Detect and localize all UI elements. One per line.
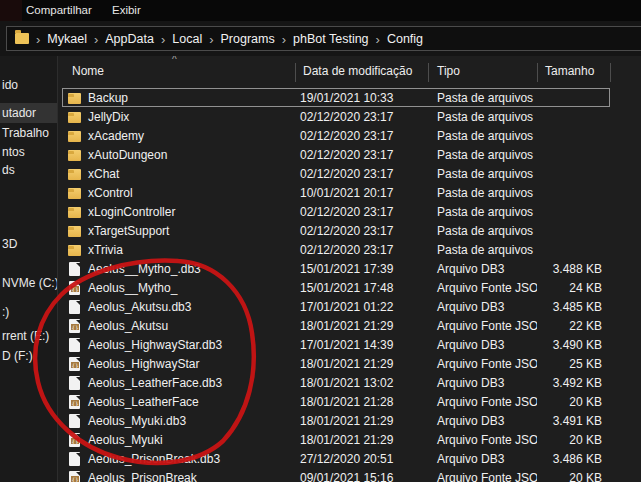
file-row[interactable]: Aeolus_LeatherFace 18/01/2021 21:28 Arqu… <box>62 392 610 411</box>
file-name: Aeolus_Akutsu <box>88 319 168 333</box>
file-name: Aeolus__Mytho_.db3 <box>88 262 201 276</box>
column-header-size[interactable]: Tamanho <box>545 64 594 78</box>
sidebar: idoutadorTrabalhontosds3DNVMe (C:):)rren… <box>0 56 58 482</box>
file-row[interactable]: Aeolus_PrisonBreak 09/01/2021 15:16 Arqu… <box>62 468 610 482</box>
file-row[interactable]: Aeolus_PrisonBreak.db3 27/12/2020 20:51 … <box>62 449 610 468</box>
file-type: Arquivo DB3 <box>428 300 537 314</box>
file-date-modified: 02/12/2020 23:17 <box>295 167 428 181</box>
breadcrumb-item[interactable]: Config <box>387 32 423 46</box>
file-name: Aeolus_Akutsu.db3 <box>88 300 191 314</box>
file-row[interactable]: xChat 02/12/2020 23:17 Pasta de arquivos <box>62 164 610 183</box>
file-row[interactable]: JellyDix 02/12/2020 23:17 Pasta de arqui… <box>62 107 610 126</box>
file-date-modified: 02/12/2020 23:17 <box>295 110 428 124</box>
file-date-modified: 18/01/2021 13:02 <box>295 376 428 390</box>
file-date-modified: 18/01/2021 21:29 <box>295 414 428 428</box>
sidebar-item[interactable]: Trabalho <box>0 123 57 143</box>
file-size: 25 KB <box>537 357 610 371</box>
breadcrumb-chevron-icon[interactable]: › <box>282 32 286 46</box>
file-row[interactable]: xTrivia 02/12/2020 23:17 Pasta de arquiv… <box>62 240 610 259</box>
file-type: Pasta de arquivos <box>428 186 537 200</box>
breadcrumb-item[interactable]: Mykael <box>47 32 87 46</box>
breadcrumb-item[interactable]: Programs <box>221 32 275 46</box>
file-name: Aeolus__Mytho_ <box>88 281 177 295</box>
db3-file-icon <box>68 451 81 466</box>
folder-icon <box>68 223 81 238</box>
sidebar-item[interactable]: ntos <box>0 142 57 162</box>
sidebar-item[interactable]: D (F:) <box>0 346 57 366</box>
file-menu-button[interactable] <box>0 0 22 21</box>
column-header-type[interactable]: Tipo <box>437 64 460 78</box>
file-date-modified: 02/12/2020 23:17 <box>295 224 428 238</box>
breadcrumb-item[interactable]: AppData <box>105 32 154 46</box>
file-row[interactable]: Aeolus_Myuki.db3 18/01/2021 21:29 Arquiv… <box>62 411 610 430</box>
file-row[interactable]: xTargetSupport 02/12/2020 23:17 Pasta de… <box>62 221 610 240</box>
file-row[interactable]: xControl 10/01/2021 20:17 Pasta de arqui… <box>62 183 610 202</box>
file-row[interactable]: Aeolus_LeatherFace.db3 18/01/2021 13:02 … <box>62 373 610 392</box>
sidebar-item[interactable]: rrent (E:) <box>0 326 57 346</box>
file-type: Arquivo Fonte JSON <box>428 395 537 409</box>
file-row[interactable]: Aeolus__Mytho_ 15/01/2021 17:48 Arquivo … <box>62 278 610 297</box>
folder-icon <box>68 242 81 257</box>
breadcrumb-item[interactable]: Local <box>172 32 202 46</box>
sidebar-item[interactable]: ido <box>0 75 57 95</box>
file-row[interactable]: Aeolus_Akutsu.db3 17/01/2021 01:22 Arqui… <box>62 297 610 316</box>
folder-icon <box>68 147 81 162</box>
file-row[interactable]: xAcademy 02/12/2020 23:17 Pasta de arqui… <box>62 126 610 145</box>
file-date-modified: 02/12/2020 23:17 <box>295 205 428 219</box>
breadcrumb-chevron-icon[interactable]: › <box>209 32 213 46</box>
file-name: xLoginController <box>88 205 175 219</box>
file-row[interactable]: Aeolus_HighwayStar 18/01/2021 21:29 Arqu… <box>62 354 610 373</box>
file-row[interactable]: Aeolus__Mytho_.db3 15/01/2021 17:39 Arqu… <box>62 259 610 278</box>
file-date-modified: 18/01/2021 21:29 <box>295 319 428 333</box>
file-row[interactable]: xLoginController 02/12/2020 23:17 Pasta … <box>62 202 610 221</box>
folder-icon <box>68 109 81 124</box>
file-name: Aeolus_PrisonBreak.db3 <box>88 452 220 466</box>
sidebar-item[interactable]: NVMe (C:) <box>0 273 57 293</box>
breadcrumb-chevron-icon[interactable]: › <box>161 32 165 46</box>
menu-tab-exibir[interactable]: Exibir <box>112 0 141 21</box>
breadcrumb-chevron-icon[interactable]: › <box>36 32 40 46</box>
folder-icon <box>68 90 81 105</box>
column-divider[interactable] <box>428 63 429 82</box>
column-divider[interactable] <box>295 63 296 82</box>
menu-tab-compartilhar[interactable]: Compartilhar <box>26 0 92 21</box>
breadcrumb-chevron-icon[interactable]: › <box>94 32 98 46</box>
file-size: 3.485 KB <box>537 300 610 314</box>
file-type: Arquivo DB3 <box>428 376 537 390</box>
file-row[interactable]: Aeolus_HighwayStar.db3 17/01/2021 14:39 … <box>62 335 610 354</box>
file-type: Arquivo Fonte JSON <box>428 357 537 371</box>
file-name: Backup <box>88 91 128 105</box>
file-type: Pasta de arquivos <box>428 129 537 143</box>
json-file-icon <box>68 470 81 482</box>
sidebar-item[interactable]: utador <box>0 103 57 123</box>
column-header-name[interactable]: Nome <box>72 64 104 78</box>
file-row[interactable]: Backup 19/01/2021 10:33 Pasta de arquivo… <box>62 88 610 107</box>
file-name: Aeolus_PrisonBreak <box>88 471 197 482</box>
file-type: Arquivo DB3 <box>428 338 537 352</box>
file-date-modified: 02/12/2020 23:17 <box>295 243 428 257</box>
sidebar-item[interactable]: 3D <box>0 234 57 254</box>
file-size: 20 KB <box>537 395 610 409</box>
file-type: Arquivo Fonte JSON <box>428 281 537 295</box>
file-type: Pasta de arquivos <box>428 91 537 105</box>
column-header-row: ^ Nome Data de modificação Tipo Tamanho <box>58 56 641 86</box>
db3-file-icon <box>68 299 81 314</box>
column-divider[interactable] <box>610 63 611 82</box>
json-file-icon <box>68 394 81 409</box>
sidebar-item[interactable]: ds <box>0 160 57 180</box>
file-type: Pasta de arquivos <box>428 110 537 124</box>
file-date-modified: 18/01/2021 21:29 <box>295 357 428 371</box>
breadcrumb-item[interactable]: phBot Testing <box>293 32 369 46</box>
address-bar[interactable]: ›Mykael›AppData›Local›Programs›phBot Tes… <box>6 26 641 51</box>
column-header-date[interactable]: Data de modificação <box>303 64 412 78</box>
file-date-modified: 17/01/2021 14:39 <box>295 338 428 352</box>
breadcrumb: ›Mykael›AppData›Local›Programs›phBot Tes… <box>36 32 423 46</box>
file-size: 20 KB <box>537 433 610 447</box>
breadcrumb-chevron-icon[interactable]: › <box>376 32 380 46</box>
file-row[interactable]: xAutoDungeon 02/12/2020 23:17 Pasta de a… <box>62 145 610 164</box>
column-divider[interactable] <box>537 63 538 82</box>
file-row[interactable]: Aeolus_Myuki 18/01/2021 21:29 Arquivo Fo… <box>62 430 610 449</box>
sidebar-item[interactable]: :) <box>0 302 57 322</box>
file-date-modified: 19/01/2021 10:33 <box>295 91 428 105</box>
file-row[interactable]: Aeolus_Akutsu 18/01/2021 21:29 Arquivo F… <box>62 316 610 335</box>
